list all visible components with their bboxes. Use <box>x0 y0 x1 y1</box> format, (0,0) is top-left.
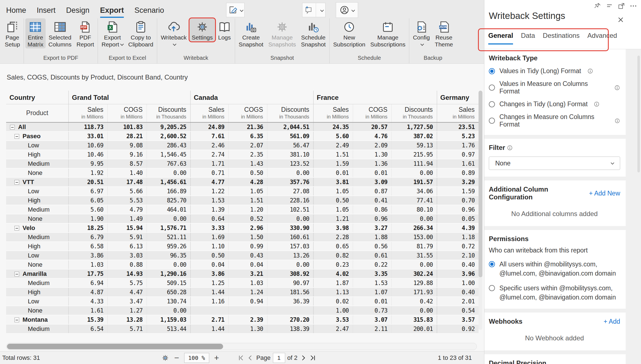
cell[interactable]: 1.51 <box>228 196 267 205</box>
ribbon-tab-home[interactable]: Home <box>6 6 26 18</box>
cell[interactable]: 1.40 <box>107 168 147 177</box>
cell[interactable]: 36.39 <box>267 297 313 306</box>
cell[interactable] <box>228 306 267 315</box>
cell[interactable]: 1.10 <box>190 242 228 251</box>
cell[interactable]: 4.28 <box>228 177 267 187</box>
cell[interactable]: 13.28 <box>107 315 147 324</box>
first-page-button[interactable] <box>237 354 245 361</box>
cell[interactable]: 0.73 <box>353 306 391 315</box>
row-label[interactable]: None <box>6 168 68 177</box>
collapse-lines-icon[interactable] <box>606 2 613 10</box>
cell[interactable]: 160.61 <box>267 232 313 242</box>
row-label[interactable]: None <box>6 260 68 269</box>
ribbon-button-copy-to-clipboard[interactable]: Copy toClipboard <box>126 18 156 48</box>
ribbon-tab-design[interactable]: Design <box>66 6 90 18</box>
panel-scrollbar[interactable] <box>637 56 640 172</box>
cell[interactable]: 0.96 <box>437 205 479 214</box>
cell[interactable]: 0.00 <box>147 306 190 315</box>
cell[interactable]: 3.35 <box>353 269 391 278</box>
cell[interactable]: 27.08 <box>267 187 313 196</box>
cell[interactable]: 28.21 <box>107 132 147 141</box>
table-settings-gear-icon[interactable] <box>161 354 169 362</box>
edit-mode-button[interactable] <box>226 3 245 17</box>
cell[interactable]: 1.92 <box>68 168 107 177</box>
next-page-button[interactable] <box>300 354 307 361</box>
cell[interactable]: 6.94 <box>68 278 107 288</box>
cell[interactable]: 130.74 <box>147 297 190 306</box>
close-icon[interactable] <box>617 16 625 24</box>
cell[interactable]: 1.76 <box>437 141 479 150</box>
cell[interactable]: 6.05 <box>68 196 107 205</box>
cell[interactable]: 18.25 <box>68 223 107 232</box>
cell[interactable]: 21.36 <box>228 122 267 132</box>
cell[interactable]: 23.51 <box>437 122 479 132</box>
cell[interactable]: 4.02 <box>313 269 353 278</box>
row-label[interactable]: VTT <box>6 177 68 187</box>
cell[interactable]: 1.39 <box>190 205 228 214</box>
radio-icon[interactable] <box>489 261 495 267</box>
row-label[interactable]: Amarilla <box>6 269 68 278</box>
cell[interactable]: 1.25 <box>190 278 228 288</box>
cell[interactable]: 0.00 <box>147 168 190 177</box>
cell[interactable]: 0.71 <box>190 168 228 177</box>
cell[interactable]: 17.75 <box>68 269 107 278</box>
cell[interactable]: 302.24 <box>391 269 437 278</box>
cell[interactable]: 270.20 <box>267 315 313 324</box>
row-label[interactable]: Low <box>6 297 68 306</box>
cell[interactable]: 20.57 <box>353 122 391 132</box>
more-options-icon[interactable] <box>630 2 637 10</box>
cell[interactable]: 4.33 <box>68 297 107 306</box>
cell[interactable]: 3.09 <box>353 177 391 187</box>
cell[interactable]: 1.03 <box>228 278 267 288</box>
cell[interactable]: 308.92 <box>267 269 313 278</box>
cell[interactable]: 166.89 <box>147 187 190 196</box>
cell[interactable]: 1.22 <box>190 187 228 196</box>
vertical-scrollbar-thumb[interactable] <box>479 91 482 277</box>
cell[interactable]: 3.81 <box>313 177 353 187</box>
cell[interactable]: 387.02 <box>391 132 437 141</box>
cell[interactable]: 9.08 <box>107 141 147 150</box>
cell[interactable]: 0.65 <box>313 242 353 251</box>
cell[interactable]: 0.02 <box>313 297 353 306</box>
horizontal-scrollbar[interactable] <box>6 343 477 350</box>
row-label[interactable]: Montana <box>6 315 68 324</box>
row-label[interactable]: Paseo <box>6 132 68 141</box>
cell[interactable]: 1.05 <box>313 205 353 214</box>
cell[interactable]: 3.03 <box>107 251 147 260</box>
row-label[interactable]: High <box>6 150 68 159</box>
cell[interactable]: 0.50 <box>190 251 228 260</box>
cell[interactable]: 3.27 <box>353 223 391 232</box>
radio-option-all-users-within-mo[interactable]: All users within @mobilitysys.com, @lume… <box>489 260 620 278</box>
cell[interactable]: 0.94 <box>228 297 267 306</box>
cell[interactable]: 2.07 <box>228 141 267 150</box>
cell[interactable]: 31.55 <box>391 251 437 260</box>
cell[interactable]: 1.05 <box>313 187 353 196</box>
cell[interactable]: 0.40 <box>437 260 479 269</box>
ribbon-button-create-snapshot[interactable]: CreateSnapshot <box>236 18 266 48</box>
cell[interactable]: 90.97 <box>267 278 313 288</box>
collapse-icon[interactable] <box>14 226 19 231</box>
cell[interactable]: 138.39 <box>267 324 313 333</box>
cell[interactable]: 0.00 <box>391 306 437 315</box>
cell[interactable]: 8.57 <box>107 159 147 168</box>
ribbon-button-settings[interactable]: Settings <box>189 18 215 41</box>
ribbon-button-config[interactable]: Config <box>411 18 432 48</box>
cell[interactable]: 2.39 <box>228 315 267 324</box>
row-label[interactable]: Medium <box>6 278 68 288</box>
cell[interactable]: 1.71 <box>190 159 228 168</box>
add-new-column-link[interactable]: + Add New <box>589 190 620 197</box>
cell[interactable] <box>267 306 313 315</box>
cell[interactable]: 33.01 <box>68 132 107 141</box>
radio-icon[interactable] <box>489 285 495 291</box>
cell[interactable]: 20.51 <box>68 177 107 187</box>
cell[interactable]: 2,600.52 <box>147 132 190 141</box>
cell[interactable]: 5.23 <box>437 132 479 141</box>
cell[interactable]: 0.00 <box>391 168 437 177</box>
cell[interactable]: 9.95 <box>68 159 107 168</box>
radio-option-changes-in-tidy-long-format[interactable]: Changes in Tidy (Long) Format <box>489 100 620 108</box>
cell[interactable]: 2.10 <box>437 251 479 260</box>
cell[interactable]: 0.96 <box>353 214 391 223</box>
filter-dropdown[interactable]: None <box>489 157 620 170</box>
ribbon-tab-insert[interactable]: Insert <box>37 6 56 18</box>
cell[interactable]: 1.61 <box>437 159 479 168</box>
